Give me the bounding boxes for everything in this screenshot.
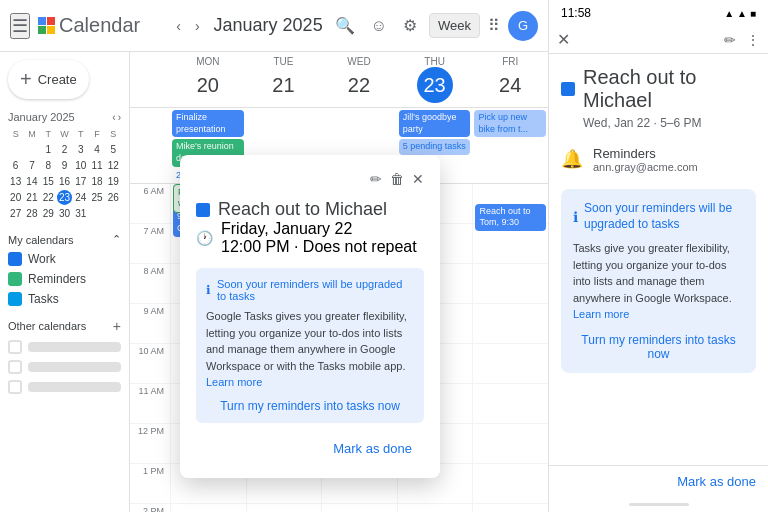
- clock-icon: 🕐: [196, 230, 213, 246]
- modal-learn-more-link[interactable]: Learn more: [206, 376, 262, 388]
- info-icon: ℹ: [206, 283, 211, 297]
- mobile-upgrade-body: Tasks give you greater flexibility, lett…: [573, 240, 744, 323]
- mobile-upgrade-header: ℹ Soon your reminders will be upgraded t…: [573, 201, 744, 232]
- delete-event-button[interactable]: 🗑: [390, 171, 404, 187]
- modal-date-line: Friday, January 22: [221, 220, 417, 238]
- modal-date-details: Friday, January 22 12:00 PM · Does not r…: [221, 220, 417, 256]
- modal-overlay: ✏ 🗑 ✕ Reach out to Michael 🕐 Friday, Jan…: [0, 0, 548, 512]
- mobile-reminder-section: 🔔 Reminders ann.gray@acme.com: [561, 146, 756, 173]
- mark-done-button[interactable]: Mark as done: [321, 435, 424, 462]
- mobile-more-button[interactable]: ⋮: [746, 32, 760, 48]
- close-popup-button[interactable]: ✕: [412, 171, 424, 187]
- reminder-bell-icon: 🔔: [561, 148, 583, 170]
- mobile-reminder-info: Reminders ann.gray@acme.com: [593, 146, 756, 173]
- calendar-panel: ☰ Calendar ‹ › January 2025 🔍 ☺ ⚙ Week ⠿…: [0, 0, 548, 512]
- mobile-event-color-dot: [561, 82, 575, 96]
- mobile-info-icon: ℹ: [573, 209, 578, 225]
- modal-color-dot: [196, 203, 210, 217]
- modal-footer: Mark as done: [196, 435, 424, 462]
- modal-actions: ✏ 🗑 ✕: [370, 171, 424, 187]
- modal-event-title: Reach out to Michael: [196, 199, 424, 220]
- mobile-event-time: Wed, Jan 22 · 5–6 PM: [583, 116, 756, 130]
- modal-upgrade-button[interactable]: Turn my reminders into tasks now: [206, 399, 414, 413]
- mobile-event-title-row: Reach out to Michael: [561, 66, 756, 112]
- modal-header: ✏ 🗑 ✕: [196, 171, 424, 187]
- signal-icon: ▲: [737, 8, 747, 19]
- mobile-edit-button[interactable]: ✏: [724, 32, 736, 48]
- modal-date-row: 🕐 Friday, January 22 12:00 PM · Does not…: [196, 220, 424, 256]
- mobile-panel: 11:58 ▲ ▲ ■ ✕ ✏ ⋮ Reach out to Michael W…: [548, 0, 768, 512]
- modal-info-box: ℹ Soon your reminders will be upgraded t…: [196, 268, 424, 423]
- mobile-app-bar: ✕ ✏ ⋮: [549, 26, 768, 54]
- battery-icon: ■: [750, 8, 756, 19]
- mobile-reminder-email: ann.gray@acme.com: [593, 161, 756, 173]
- mobile-footer: Mark as done: [549, 465, 768, 497]
- mobile-reminder-title: Reminders: [593, 146, 756, 161]
- mobile-mark-done-button[interactable]: Mark as done: [677, 474, 756, 489]
- edit-event-button[interactable]: ✏: [370, 171, 382, 187]
- modal-info-header: ℹ Soon your reminders will be upgraded t…: [206, 278, 414, 302]
- mobile-status-bar: 11:58 ▲ ▲ ■: [549, 0, 768, 26]
- mobile-upgrade-title-text: Soon your reminders will be upgraded to …: [584, 201, 744, 232]
- wifi-icon: ▲: [724, 8, 734, 19]
- mobile-event-title-text: Reach out to Michael: [583, 66, 756, 112]
- mobile-content: Reach out to Michael Wed, Jan 22 · 5–6 P…: [549, 54, 768, 465]
- modal-time-line: 12:00 PM · Does not repeat: [221, 238, 417, 256]
- mobile-close-button[interactable]: ✕: [557, 30, 570, 49]
- bottom-handle: [629, 503, 689, 506]
- event-detail-popup: ✏ 🗑 ✕ Reach out to Michael 🕐 Friday, Jan…: [180, 155, 440, 478]
- mobile-upgrade-button[interactable]: Turn my reminders into tasks now: [573, 333, 744, 361]
- modal-info-body: Google Tasks gives you greater flexibili…: [206, 308, 414, 391]
- mobile-app-actions: ✏ ⋮: [724, 32, 760, 48]
- mobile-time: 11:58: [561, 6, 591, 20]
- modal-info-title-text: Soon your reminders will be upgraded to …: [217, 278, 414, 302]
- mobile-learn-more-link[interactable]: Learn more: [573, 308, 629, 320]
- modal-title-text: Reach out to Michael: [218, 199, 387, 220]
- mobile-upgrade-box: ℹ Soon your reminders will be upgraded t…: [561, 189, 756, 373]
- mobile-status-icons: ▲ ▲ ■: [724, 8, 756, 19]
